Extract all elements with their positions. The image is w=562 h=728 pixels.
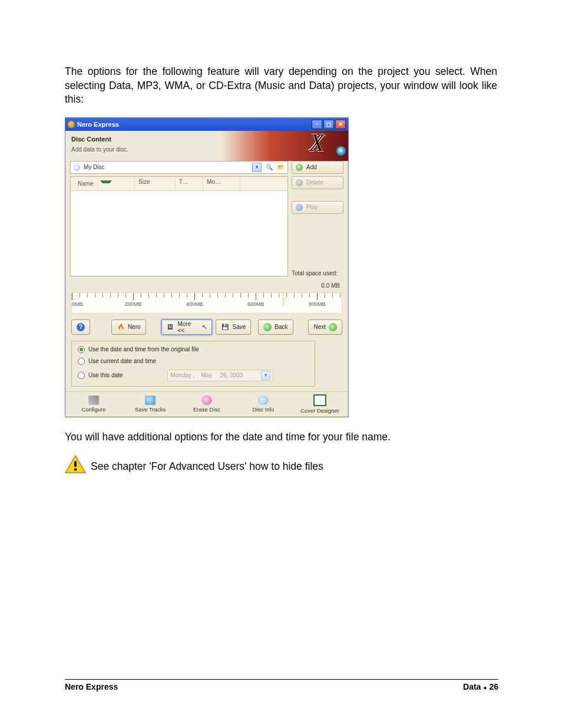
disc-info-button[interactable]: Disc Info <box>235 392 292 417</box>
ruler-label: 800MB <box>309 301 326 307</box>
minimize-button[interactable]: – <box>312 120 322 129</box>
col-type[interactable]: T… <box>176 177 203 190</box>
svg-point-2 <box>74 468 77 471</box>
note-text: See chapter 'For Advanced Users' how to … <box>91 460 323 474</box>
save-tracks-icon <box>145 396 156 405</box>
warning-icon <box>65 455 86 474</box>
note-row: See chapter 'For Advanced Users' how to … <box>65 455 497 474</box>
cover-designer-button[interactable]: Cover Designer <box>292 392 348 417</box>
help-button[interactable]: ? <box>71 319 90 335</box>
date-picker[interactable]: Monday , May 26, 2003 ▾ <box>167 370 273 381</box>
path-dropdown-button[interactable]: ▾ <box>252 163 262 172</box>
total-space-label: Total space used: <box>292 270 343 276</box>
page-footer: Nero Express Data●26 <box>65 679 498 691</box>
bottom-toolbar: Configure Save Tracks Erase Disc Disc In… <box>65 391 348 417</box>
brand-logo: X <box>309 132 345 158</box>
col-modified[interactable]: Mo… <box>203 177 240 190</box>
add-icon <box>296 164 303 171</box>
help-icon: ? <box>77 323 85 331</box>
radio-current-date[interactable]: Use current date and time <box>78 358 309 365</box>
capacity-ruler: 0MB200MB400MB600MB800MB <box>71 292 342 314</box>
cursor-icon: ↖ <box>202 324 207 330</box>
header-subtitle: Add data to your disc. <box>71 146 342 153</box>
radio-icon <box>78 372 85 379</box>
delete-icon <box>296 179 303 186</box>
radio-this-date[interactable]: Use this date Monday , May 26, 2003 ▾ <box>78 370 309 381</box>
cover-designer-icon <box>313 394 326 406</box>
configure-button[interactable]: Configure <box>65 392 122 417</box>
window-header: Disc Content Add data to your disc. X <box>65 131 348 161</box>
file-list-header: Name Size T… Mo… <box>71 177 287 191</box>
sort-arrow-icon <box>100 180 112 187</box>
window-title: Nero Express <box>77 121 312 128</box>
play-button[interactable]: Play <box>292 201 343 214</box>
svg-rect-1 <box>74 461 77 467</box>
nero-express-window: Nero Express – ◻ ✕ Disc Content Add data… <box>65 117 349 417</box>
disc-path-bar: My Disc ▾ 🔍 📂 <box>70 161 288 174</box>
total-space-value: 0.0 MB <box>65 280 348 289</box>
back-button[interactable]: Back <box>258 319 293 335</box>
radio-original-date[interactable]: Use the date and time from the original … <box>78 346 309 353</box>
browse-icon[interactable]: 🔍 <box>265 163 273 172</box>
radio-icon <box>78 358 85 365</box>
configure-icon <box>88 396 99 405</box>
next-button[interactable]: Next <box>308 319 342 335</box>
capacity-limit-marker <box>283 293 283 306</box>
ruler-ticks <box>72 293 342 300</box>
close-button[interactable]: ✕ <box>335 120 346 129</box>
ruler-label: 600MB <box>247 301 265 307</box>
date-options-panel: Use the date and time from the original … <box>71 341 315 387</box>
ruler-label: 200MB <box>125 301 142 307</box>
more-button[interactable]: 🖼More <<↖ <box>161 319 213 335</box>
more-icon: 🖼 <box>167 323 175 331</box>
file-list[interactable]: Name Size T… Mo… <box>70 176 288 276</box>
nero-button[interactable]: 🔥Nero <box>111 319 146 335</box>
save-tracks-button[interactable]: Save Tracks <box>122 392 178 417</box>
intro-paragraph: The options for the following feature wi… <box>65 65 497 107</box>
erase-icon <box>201 396 212 405</box>
col-size[interactable]: Size <box>135 177 176 190</box>
back-icon <box>263 323 272 331</box>
maximize-button[interactable]: ◻ <box>323 120 334 129</box>
erase-disc-button[interactable]: Erase Disc <box>178 392 235 417</box>
save-button[interactable]: 💾Save <box>216 319 251 335</box>
open-folder-icon[interactable]: 📂 <box>277 163 285 172</box>
date-dropdown-button[interactable]: ▾ <box>261 371 270 380</box>
play-icon <box>296 204 303 211</box>
radio-icon <box>78 346 85 353</box>
ruler-label: 400MB <box>186 301 203 307</box>
add-button[interactable]: Add <box>292 161 343 174</box>
disc-info-icon <box>258 396 269 405</box>
app-icon <box>68 121 75 128</box>
followup-paragraph: You will have additional options for the… <box>65 430 497 444</box>
ruler-label: 0MB <box>72 301 83 307</box>
header-title: Disc Content <box>71 136 342 143</box>
nero-icon: 🔥 <box>117 323 125 331</box>
disc-path-value: My Disc <box>84 164 249 170</box>
next-icon <box>329 323 337 331</box>
disc-icon <box>73 164 80 171</box>
footer-right: Data●26 <box>463 682 498 691</box>
save-icon: 💾 <box>221 323 229 331</box>
delete-button[interactable]: Delete <box>292 176 343 189</box>
col-name[interactable]: Name <box>74 179 98 189</box>
footer-left: Nero Express <box>65 682 118 691</box>
title-bar: Nero Express – ◻ ✕ <box>65 118 348 131</box>
nav-button-row: ? 🔥Nero 🖼More <<↖ 💾Save Back Next <box>65 314 348 341</box>
